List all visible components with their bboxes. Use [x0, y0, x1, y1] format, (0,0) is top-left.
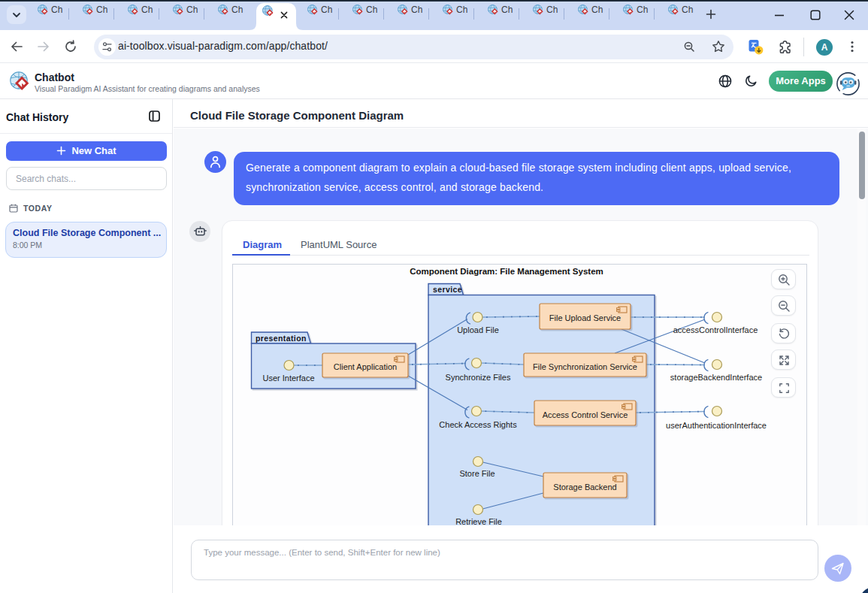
svg-text:Component Diagram: File Manage: Component Diagram: File Management Syste… [410, 267, 603, 276]
svg-text:storageBackendInterface: storageBackendInterface [670, 373, 762, 382]
svg-text:userAuthenticationInterface: userAuthenticationInterface [666, 421, 767, 430]
svg-text:presentation: presentation [256, 334, 307, 343]
svg-text:accessControlInterface: accessControlInterface [673, 325, 758, 334]
svg-text:Client Application: Client Application [334, 362, 397, 371]
svg-text:Store File: Store File [459, 469, 494, 478]
svg-text:File Upload Service: File Upload Service [549, 313, 621, 322]
svg-text:Storage Backend: Storage Backend [553, 483, 616, 492]
svg-text:File Synchronization Service: File Synchronization Service [533, 362, 637, 371]
svg-text:service: service [433, 285, 462, 294]
svg-text:Access Control Service: Access Control Service [543, 410, 628, 419]
svg-text:Synchronize Files: Synchronize Files [446, 373, 511, 382]
svg-text:Check Access Rights: Check Access Rights [439, 420, 517, 429]
svg-text:User Interface: User Interface [262, 374, 314, 383]
svg-text:Upload File: Upload File [457, 325, 499, 334]
